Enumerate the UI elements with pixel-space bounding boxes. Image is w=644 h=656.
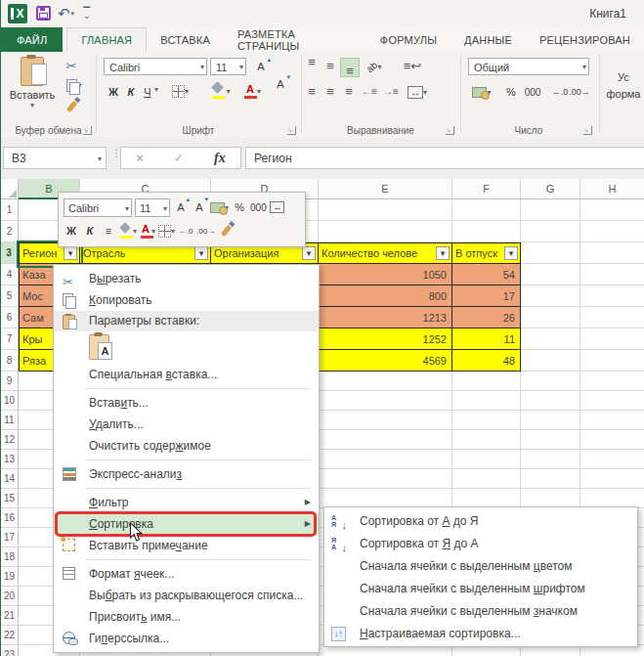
mini-format-painter-button[interactable] — [218, 221, 234, 241]
menu-item-pick-from-list[interactable]: Выбрать из раскрывающегося списка... — [54, 585, 319, 606]
menu-item-copy[interactable]: Копировать — [54, 289, 319, 311]
decrease-decimal-button[interactable]: .00→ — [570, 83, 589, 101]
increase-indent-button[interactable]: →≡ — [381, 83, 401, 101]
row-header-21[interactable]: 21 — [1, 606, 19, 626]
row-header-9[interactable]: 9 — [1, 372, 19, 391]
cell-F5[interactable]: 17 — [452, 285, 521, 307]
row-header-18[interactable]: 18 — [1, 547, 19, 567]
menu-item-insert-comment[interactable]: Вставить примечание — [54, 535, 319, 556]
row-header-20[interactable]: 20 — [1, 587, 19, 606]
cancel-icon[interactable]: × — [136, 151, 144, 165]
menu-item-hyperlink[interactable]: Гиперссылка... — [54, 628, 319, 649]
customize-quick-access-button[interactable]: ▔⌄ — [83, 4, 91, 23]
menu-item-clear-contents[interactable]: Очистить содержимое — [54, 435, 319, 457]
comma-style-button[interactable]: 000 — [521, 83, 544, 101]
filter-button[interactable] — [302, 246, 316, 260]
save-button[interactable] — [36, 6, 51, 21]
font-dialog-launcher[interactable]: ↘ — [287, 126, 296, 135]
mini-font-name-select[interactable]: Calibri▾ — [64, 198, 132, 217]
cut-button[interactable]: ✂ — [62, 58, 81, 73]
menu-item-filter[interactable]: Фильтр▶ — [54, 492, 319, 513]
submenu-item-sort-az[interactable]: Сортировка от А до Я — [324, 510, 637, 533]
underline-button[interactable]: Ч — [141, 83, 154, 101]
font-size-select[interactable]: 11▾ — [210, 58, 246, 75]
submenu-item-sort-icon-first[interactable]: Сначала ячейки с выделенным значком — [324, 600, 637, 623]
cell-E7[interactable]: 1252 — [319, 328, 452, 350]
cell-F8[interactable]: 48 — [452, 350, 521, 372]
row-header-5[interactable]: 5 — [1, 285, 19, 307]
row-header-16[interactable]: 16 — [1, 508, 19, 528]
row-header-1[interactable]: 1 — [1, 199, 19, 221]
menu-item-paste-option-values[interactable] — [54, 331, 319, 364]
paste-button[interactable]: Вставить ▾ — [9, 57, 56, 127]
row-header-10[interactable]: 10 — [1, 391, 19, 411]
tab-data[interactable]: ДАННЫЕ — [451, 27, 526, 52]
align-top-button[interactable]: ≡ — [303, 58, 321, 75]
mini-font-color-button[interactable]: А▾ — [140, 221, 155, 241]
align-middle-button[interactable]: ≡ — [322, 58, 339, 75]
menu-item-delete-cells[interactable]: Удалить... — [54, 414, 319, 435]
row-header-12[interactable]: 12 — [1, 430, 19, 450]
tab-formulas[interactable]: ФОРМУЛЫ — [366, 27, 451, 52]
mini-font-size-select[interactable]: 11▾ — [135, 198, 170, 217]
bold-button[interactable]: Ж — [106, 83, 121, 101]
name-box-dropdown-icon[interactable]: ▾ — [98, 148, 102, 170]
row-header-6[interactable]: 6 — [1, 307, 19, 328]
accounting-format-button[interactable]: ▾ — [468, 83, 495, 101]
column-header-E[interactable]: E — [319, 179, 452, 199]
submenu-item-sort-za[interactable]: Сортировка от Я до А — [324, 533, 637, 555]
filter-button[interactable] — [436, 246, 450, 260]
formula-input[interactable]: Регион — [245, 147, 644, 169]
row-header-7[interactable]: 7 — [1, 328, 19, 350]
table-header-F[interactable]: В отпуск — [452, 242, 521, 264]
row-header-22[interactable]: 22 — [1, 626, 19, 645]
menu-item-quick-analysis[interactable]: Экспресс-анализ — [54, 463, 319, 485]
grow-font-button[interactable]: А — [252, 58, 270, 75]
insert-function-button[interactable]: fx — [214, 151, 226, 166]
cell-F4[interactable]: 54 — [452, 264, 521, 285]
mini-bold-button[interactable]: Ж — [64, 221, 79, 241]
cell-E6[interactable]: 1213 — [319, 307, 452, 328]
mini-shrink-font-button[interactable]: А — [192, 197, 207, 217]
menu-item-sort[interactable]: Сортировка▶ — [54, 513, 319, 535]
row-header-15[interactable]: 15 — [1, 489, 19, 508]
cell-E4[interactable]: 1050 — [319, 264, 452, 285]
menu-item-define-name[interactable]: Присвоить имя... — [54, 606, 319, 628]
row-header-4[interactable]: 4 — [1, 264, 19, 285]
row-header-3[interactable]: 3 — [1, 242, 19, 264]
submenu-item-custom-sort[interactable]: ↓↑Настраиваемая сортировка... — [324, 623, 637, 645]
orientation-button[interactable]: ab▾ — [362, 58, 387, 75]
row-header-17[interactable]: 17 — [1, 528, 19, 547]
copy-button[interactable]: ▾ — [62, 77, 87, 93]
percent-style-button[interactable]: % — [503, 83, 519, 101]
mini-merge-button[interactable]: ↔ — [270, 197, 285, 217]
increase-decimal-button[interactable]: ←.0 — [550, 83, 570, 101]
row-header-13[interactable]: 13 — [1, 450, 19, 469]
undo-button[interactable]: ↶▾ — [58, 4, 74, 23]
mini-increase-decimal-button[interactable]: ←.0 — [178, 221, 193, 241]
mini-align-button[interactable]: ≡ — [101, 221, 116, 241]
cell-F6[interactable]: 26 — [452, 307, 521, 328]
format-painter-button[interactable] — [62, 99, 81, 114]
italic-button[interactable]: К — [123, 83, 139, 101]
merge-center-button[interactable]: ↔▾ — [403, 83, 432, 101]
tab-insert[interactable]: ВСТАВКА — [147, 27, 224, 52]
number-dialog-launcher[interactable]: ↘ — [583, 126, 592, 135]
mini-grow-font-button[interactable]: А — [173, 197, 189, 217]
table-header-E[interactable]: Количество челове — [319, 242, 452, 264]
mini-italic-button[interactable]: К — [82, 221, 98, 241]
paste-values-icon[interactable] — [89, 334, 109, 360]
conditional-formatting-button[interactable]: Ус форма — [603, 69, 644, 103]
column-header-H[interactable]: H — [580, 179, 644, 199]
align-left-button[interactable]: ≡ — [303, 83, 321, 101]
row-header-19[interactable]: 19 — [1, 567, 19, 587]
underline-dropdown[interactable]: ▾ — [154, 85, 158, 94]
shrink-font-button[interactable]: А — [272, 75, 289, 93]
mini-decrease-decimal-button[interactable]: .00→ — [196, 221, 215, 241]
mini-comma-button[interactable]: 000 — [250, 197, 267, 217]
align-bottom-button[interactable]: ≡ — [340, 58, 360, 77]
row-header-8[interactable]: 8 — [1, 350, 19, 372]
menu-item-format-cells[interactable]: Формат ячеек... — [54, 563, 319, 585]
align-center-button[interactable]: ≡ — [322, 83, 339, 101]
row-header-2[interactable]: 2 — [1, 221, 19, 242]
